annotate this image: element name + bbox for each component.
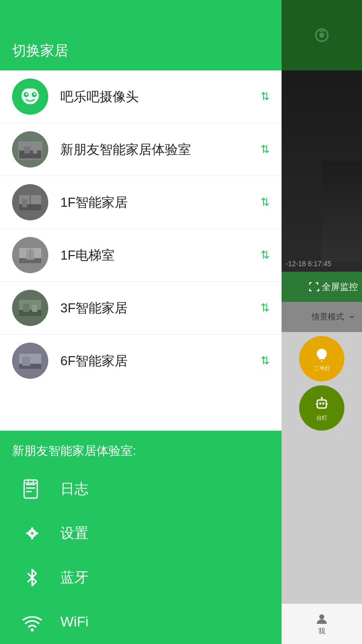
svg-point-10 [319,614,324,619]
list-item[interactable]: 6F智能家居 ⇅ [0,335,282,387]
svg-point-15 [34,93,36,95]
room-photo-icon [12,184,48,220]
device-icons: 二号灯 台灯 [282,332,362,604]
svg-point-2 [320,29,323,32]
sort-icon[interactable]: ⇅ [260,249,269,262]
svg-point-60 [31,628,34,631]
bottom-menu: 新朋友智能家居体验室: 日志 [0,431,282,644]
menu-item-settings[interactable]: 设置 [0,511,282,555]
sort-icon[interactable]: ⇅ [260,90,269,103]
list-item[interactable]: 1F电梯室 ⇅ [0,229,282,282]
fullscreen-label: 全屏监控 [322,281,358,293]
home-name: 1F电梯室 [60,247,254,264]
svg-rect-25 [22,199,27,207]
app-logo-icon [12,78,48,115]
bottom-title: 新朋友智能家居体验室: [0,439,282,467]
drawer-header: 切换家居 [0,0,282,70]
avatar [12,343,48,379]
chevron-down-icon [346,311,358,323]
list-item[interactable]: 新朋友智能家居体验室 ⇅ [0,123,282,176]
menu-item-wifi[interactable]: WiFi [0,600,282,644]
menu-label-bluetooth: 蓝牙 [60,568,88,587]
room-photo-icon [12,343,48,379]
avatar [12,290,48,326]
settings-icon [20,521,44,545]
svg-point-1 [319,33,324,38]
sort-icon[interactable]: ⇅ [260,143,269,156]
user-icon [315,612,329,626]
svg-rect-5 [322,403,324,405]
scene-label: 情景模式 [312,312,344,323]
list-item[interactable]: 吧乐吧摄像头 ⇅ [0,70,282,123]
bottom-nav-right[interactable]: 我 [282,604,362,644]
home-name: 6F智能家居 [60,352,254,370]
svg-rect-4 [319,403,321,405]
menu-label-wifi: WiFi [60,614,88,630]
svg-rect-34 [19,310,41,316]
menu-item-bluetooth[interactable]: 蓝牙 [0,555,282,600]
svg-rect-35 [23,304,29,312]
room-photo-icon [12,290,48,326]
menu-label-settings: 设置 [60,524,88,543]
avatar [12,131,48,168]
menu-item-log[interactable]: 日志 [0,467,282,511]
scene-mode-button[interactable]: 情景模式 [282,302,362,332]
bulb-icon [313,346,331,364]
home-name: 新朋友智能家居体验室 [60,141,254,158]
homes-list: 吧乐吧摄像头 ⇅ 新朋友智能家居体验室 ⇅ [0,70,282,431]
avatar [12,237,48,273]
right-panel: -12-18 6:17:45 全屏监控 情景模式 二号灯 [282,0,362,644]
svg-point-7 [321,397,323,399]
camera-feed: -12-18 6:17:45 [282,70,362,272]
fullscreen-icon [308,281,320,293]
room-photo-icon [12,237,48,273]
bluetooth-icon [20,566,44,590]
device-circle-2[interactable]: 台灯 [299,385,344,431]
list-item[interactable]: 1F智能家居 ⇅ [0,176,282,229]
right-top-header [282,0,362,70]
sort-icon[interactable]: ⇅ [260,354,269,367]
home-name: 吧乐吧摄像头 [60,88,254,106]
svg-point-51 [31,532,34,535]
sort-icon[interactable]: ⇅ [260,196,269,209]
room-photo-icon [12,131,48,168]
home-name: 3F智能家居 [60,299,254,317]
sort-icon[interactable]: ⇅ [260,301,269,314]
log-icon [20,477,44,501]
svg-point-14 [26,93,28,95]
home-name: 1F智能家居 [60,194,254,211]
svg-rect-36 [32,305,37,312]
camera-timestamp: -12-18 6:17:45 [286,260,331,268]
svg-rect-20 [24,146,30,153]
list-item[interactable]: 3F智能家居 ⇅ [0,282,282,335]
menu-label-log: 日志 [60,479,88,499]
fullscreen-button[interactable]: 全屏监控 [282,272,362,302]
svg-rect-21 [33,147,37,153]
svg-rect-3 [317,400,326,408]
drawer-title: 切换家居 [12,41,68,60]
avatar [12,184,48,220]
avatar [12,78,48,115]
light-circle-1[interactable]: 二号灯 [299,336,344,381]
drawer-panel: 切换家居 吧乐吧摄像头 ⇅ [0,0,282,644]
camera-icon [310,23,334,47]
robot-icon [313,395,331,413]
wifi-icon [20,610,44,634]
svg-rect-40 [22,357,30,366]
nav-label-me: 我 [318,627,325,636]
